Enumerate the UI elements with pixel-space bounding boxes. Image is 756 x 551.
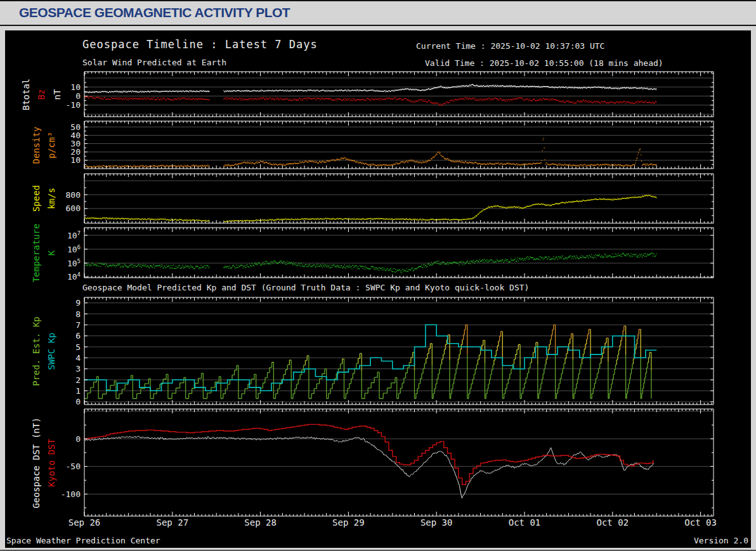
axis-label-btotal: Btotal	[21, 78, 31, 110]
series-pred-est-kp	[446, 325, 641, 354]
axis-label-density: Density	[31, 126, 41, 164]
series-pred-est-kp	[429, 326, 641, 362]
series-kyoto-dst	[84, 424, 654, 484]
y-tick-label: 106	[67, 244, 81, 254]
y-tick-label: 104	[67, 271, 81, 282]
y-tick-label: 6	[75, 331, 81, 340]
series-bz	[84, 96, 657, 105]
y-tick-label: 2	[75, 375, 81, 385]
header-divider	[0, 25, 756, 26]
page: { "page": { "title": "GEOSPACE GEOMAGNET…	[0, 0, 756, 551]
axis-label-geospace-dst-nt-: Geospace DST (nT)	[31, 417, 41, 508]
y-tick-label: 4	[75, 353, 81, 363]
y-tick-label: 9	[75, 298, 81, 308]
y-tick-label: 8	[75, 309, 81, 319]
x-tick-label: Sep 27	[157, 517, 189, 528]
y-tick-label: 3	[75, 364, 81, 373]
plot-subtitle: Solar Wind Predicted at Earth	[82, 58, 226, 67]
valid-time: Valid Time : 2025-10-02 10:55:00 (18 min…	[425, 58, 663, 68]
x-tick-label: Oct 03	[684, 517, 717, 528]
axis-label-swpc-kp: SWPC Kp	[46, 332, 56, 370]
current-time: Current Time : 2025-10-02 10:37:03 UTC	[416, 41, 604, 51]
y-tick-label: -50	[66, 462, 81, 471]
x-tick-label: Oct 02	[597, 517, 629, 528]
axis-label-km-s: km/s	[46, 188, 56, 209]
plot-title: Geospace Timeline : Latest 7 Days	[82, 38, 318, 51]
y-tick-label: 5	[75, 342, 81, 352]
axis-label-nt: nT	[52, 89, 62, 100]
x-tick-label: Sep 29	[332, 517, 365, 528]
series-btotal	[84, 84, 657, 93]
series-geospace-dst	[84, 436, 654, 498]
series-pred-est-kp	[84, 354, 651, 399]
y-tick-label: 10	[70, 155, 81, 165]
page-header: GEOSPACE GEOMAGNETIC ACTIVITY PLOT	[0, 1, 756, 24]
y-tick-label: -100	[61, 489, 81, 499]
plot-container: 100-105040302010800600107106105104987654…	[5, 30, 751, 548]
y-tick-label: 7	[75, 320, 81, 330]
series-density	[84, 138, 657, 167]
y-tick-label: 0	[75, 91, 81, 101]
y-tick-label: 107	[67, 230, 81, 240]
y-tick-label: 800	[66, 190, 81, 200]
axis-label-p-cm-: p/cm³	[46, 131, 56, 158]
axis-label-k: K	[46, 250, 56, 255]
axis-label-kyoto-dst: Kyoto DST	[46, 439, 56, 487]
y-tick-label: 0	[75, 397, 81, 406]
x-tick-label: Sep 28	[244, 517, 277, 528]
axis-label-speed: Speed	[31, 185, 41, 212]
y-tick-label: 1	[75, 386, 81, 396]
page-title: GEOSPACE GEOMAGNETIC ACTIVITY PLOT	[19, 5, 290, 20]
axis-label-temperature: Temperature	[31, 223, 41, 282]
x-tick-label: Oct 01	[509, 517, 541, 528]
footer-source: Space Weather Prediction Center	[6, 536, 160, 545]
panel-frames	[84, 72, 714, 516]
y-tick-label: 10	[70, 82, 81, 92]
x-tick-label: Sep 30	[420, 517, 453, 528]
axis-ticks	[84, 72, 714, 516]
y-tick-label: 105	[67, 258, 81, 268]
axis-label-bz: Bz	[36, 89, 46, 100]
axis-label-pred-est-kp: Pred. Est. Kp	[31, 316, 41, 386]
y-tick-label: 0	[75, 434, 81, 444]
x-tick-label: Sep 26	[68, 517, 101, 528]
footer-version: Version 2.0	[694, 536, 748, 545]
y-tick-label: 600	[66, 204, 81, 213]
kp-dst-section-title: Geospace Model Predicted Kp and DST (Gro…	[82, 283, 529, 292]
y-tick-label: -10	[66, 100, 81, 110]
